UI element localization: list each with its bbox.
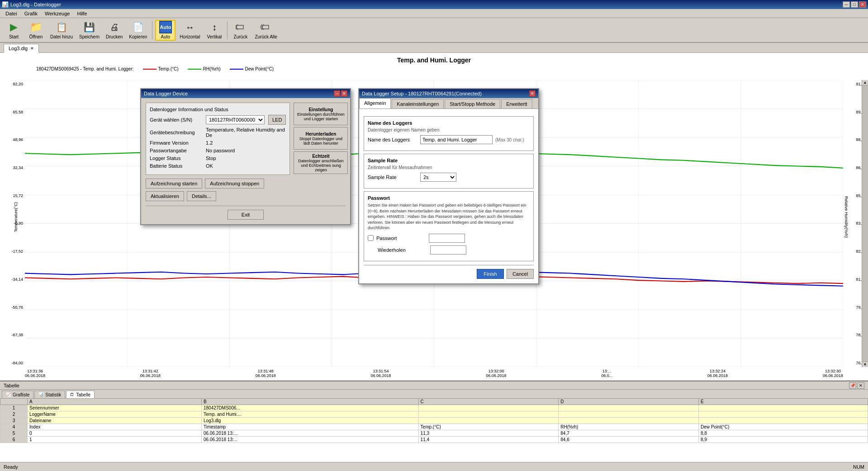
chart-title: Temp. and Humi. Logger xyxy=(0,53,868,66)
device-dialog-close[interactable]: ✕ xyxy=(341,90,347,97)
device-dialog[interactable]: Data Logger Device ─ ✕ Datenlogger Infor… xyxy=(140,88,351,225)
row-num-5: 5 xyxy=(0,430,28,437)
sample-rate-hint: Zeitintervall für Messaufnahmen xyxy=(368,165,530,170)
password-input[interactable] xyxy=(429,234,465,243)
tab-allgemein[interactable]: Allgemein xyxy=(359,98,391,108)
led-button[interactable]: LED xyxy=(268,115,286,125)
stop-recording-button[interactable]: Aufzeichnung stoppen xyxy=(205,179,264,188)
bottom-section-title: Tabelle xyxy=(4,383,19,388)
password-label: Passwortangabe xyxy=(150,148,204,153)
password-field-label: Passwort xyxy=(376,236,426,241)
setup-dialog-title: Data Logger Setup - 180127RHT0064291(Con… xyxy=(362,91,482,96)
bottom-pin-button[interactable]: 📌 xyxy=(849,382,856,389)
update-buttons: Aktualisieren Details... xyxy=(146,191,290,201)
tab-kanaleinstellungen[interactable]: Kanaleinstellungen xyxy=(392,99,444,108)
bottom-section-header: Tabelle 📌 ✕ xyxy=(0,382,868,390)
battery-row: Batterie Status OK xyxy=(150,163,286,169)
echtzeit-button[interactable]: Echtzeit Datenlogger anschließen und Ech… xyxy=(294,151,348,174)
main-tab[interactable]: Log3.dlg ✕ xyxy=(4,44,39,53)
repeat-password-input[interactable] xyxy=(430,245,466,254)
save-button[interactable]: 💾 Speichern xyxy=(77,20,102,41)
horizontal-label: Horizontal xyxy=(180,34,200,39)
copy-button[interactable]: 📄 Kopieren xyxy=(127,20,149,41)
menu-hilfe[interactable]: Hilfe xyxy=(73,10,90,17)
menu-datei[interactable]: Datei xyxy=(2,10,21,17)
back-all-button[interactable]: Zurück Alle xyxy=(252,20,279,41)
col-header-a: A xyxy=(28,399,202,405)
auto-button[interactable]: Auto Auto xyxy=(155,20,175,41)
device-dialog-controls: ─ ✕ xyxy=(334,90,347,97)
legend-temp-line xyxy=(143,69,157,70)
password-row: Passwort xyxy=(368,234,530,243)
col-header-c: C xyxy=(418,399,559,405)
tab-tabelle[interactable]: 🗒 Tabelle xyxy=(66,391,95,398)
echtzeit-sub: Datenlogger anschließen und Echtzeitmes … xyxy=(296,159,346,172)
tab-grafikliste[interactable]: 📈 Grafliste xyxy=(2,391,33,398)
device-dialog-footer: Exit xyxy=(146,206,346,220)
cell-1-a: Seriennummer xyxy=(28,405,202,411)
vertical-button[interactable]: ↕ Vertikal xyxy=(204,20,224,41)
cell-5-a: 0 xyxy=(28,430,202,437)
device-desc-label: Gerätebeschreibung xyxy=(150,130,204,135)
y-left-4: 15,72 xyxy=(2,193,23,198)
device-dialog-content: Datenlogger Information und Status Gerät… xyxy=(141,98,350,224)
table-row: 5 0 06.06.2018 13:... 11,3 84,7 8,8 xyxy=(0,430,868,437)
tab-close-icon[interactable]: ✕ xyxy=(30,46,34,51)
logger-name-input[interactable] xyxy=(420,135,493,144)
title-bar-left: 📊 Log3.dlg - Datenlogger xyxy=(2,1,61,8)
x-label-3: 13:31:5406.06.2018 xyxy=(371,369,391,378)
update-button[interactable]: Aktualisieren xyxy=(146,191,184,201)
cell-1-c xyxy=(418,405,559,411)
print-button[interactable]: 🖨 Drucken xyxy=(104,20,125,41)
details-button[interactable]: Details... xyxy=(187,191,216,201)
y-left-2: 48,96 xyxy=(2,137,23,142)
y-left-7: -34,14 xyxy=(2,277,23,282)
device-sn-select[interactable]: 180127RHT0060000 xyxy=(206,115,265,124)
toolbar-separator-2 xyxy=(227,21,228,39)
finish-button[interactable]: Finish xyxy=(477,269,504,279)
print-icon: 🖨 xyxy=(108,21,121,33)
device-desc-value: Temperature, Relative Humidity and De xyxy=(206,127,286,138)
open-button[interactable]: 📁 Öffnen xyxy=(26,20,46,41)
row-num-1: 1 xyxy=(0,405,28,411)
scroll-down-btn[interactable]: ▼ xyxy=(862,362,868,367)
scroll-up-btn[interactable]: ▲ xyxy=(862,80,868,85)
horizontal-button[interactable]: ↔ Horizontal xyxy=(177,20,202,41)
table-row: 2 LoggerName Temp. and Humi.... xyxy=(0,411,868,418)
start-button[interactable]: ▶ Start xyxy=(4,20,24,41)
back-button[interactable]: Zurück xyxy=(230,20,251,41)
setup-dialog[interactable]: Data Logger Setup - 180127RHT0064291(Con… xyxy=(358,88,539,284)
repeat-label: Wiederholen xyxy=(378,247,427,253)
sample-rate-label: Sample Rate xyxy=(368,174,417,180)
device-dialog-minimize[interactable]: ─ xyxy=(334,90,340,97)
cancel-button[interactable]: Cancel xyxy=(507,269,534,279)
scroll-thumb xyxy=(862,85,868,362)
sample-rate-select[interactable]: 2s 1s 5s 10s xyxy=(420,173,456,182)
device-legend-label: 180427DMS0069425 - Temp. and Humi. Logge… xyxy=(36,66,134,71)
close-button[interactable]: ✕ xyxy=(859,1,866,8)
cell-3-e xyxy=(698,418,868,424)
legend-temp: Temp.(°C) xyxy=(143,66,179,71)
chart-scrollbar[interactable]: ▲ ▼ xyxy=(862,80,868,367)
setup-bottom-btns: Finish Cancel xyxy=(364,265,534,279)
bottom-close-button[interactable]: ✕ xyxy=(857,382,864,389)
exit-button[interactable]: Exit xyxy=(228,210,264,220)
minimize-button[interactable]: ─ xyxy=(843,1,850,8)
save-icon: 💾 xyxy=(83,21,96,33)
maximize-button[interactable]: □ xyxy=(851,1,858,8)
setup-dialog-close[interactable]: ✕ xyxy=(529,90,536,97)
start-recording-button[interactable]: Aufzeichnung starten xyxy=(146,179,202,188)
device-sn-label: Gerät wählen (S/N) xyxy=(150,117,204,122)
herunterladen-button[interactable]: Herunterladen Stoppt Datenlogger und läd… xyxy=(294,127,348,150)
tab-statistik[interactable]: 📊 Statistik xyxy=(34,391,65,398)
row-num-2: 2 xyxy=(0,411,28,418)
menu-werkzeuge[interactable]: Werkzeuge xyxy=(41,10,73,17)
password-checkbox[interactable] xyxy=(368,235,374,241)
menu-grafik[interactable]: Grafik xyxy=(21,10,41,17)
add-file-button[interactable]: 📋 Datei hinzu xyxy=(48,20,75,41)
device-dialog-title-bar: Data Logger Device ─ ✕ xyxy=(141,89,350,98)
tab-erweitertt[interactable]: Erweitertt xyxy=(501,99,532,108)
tab-startstopp[interactable]: Start/Stopp Methode xyxy=(445,99,500,108)
col-header-d: D xyxy=(559,399,699,405)
einstellung-button[interactable]: Einstellung Einstellungen durchführen un… xyxy=(294,103,348,125)
